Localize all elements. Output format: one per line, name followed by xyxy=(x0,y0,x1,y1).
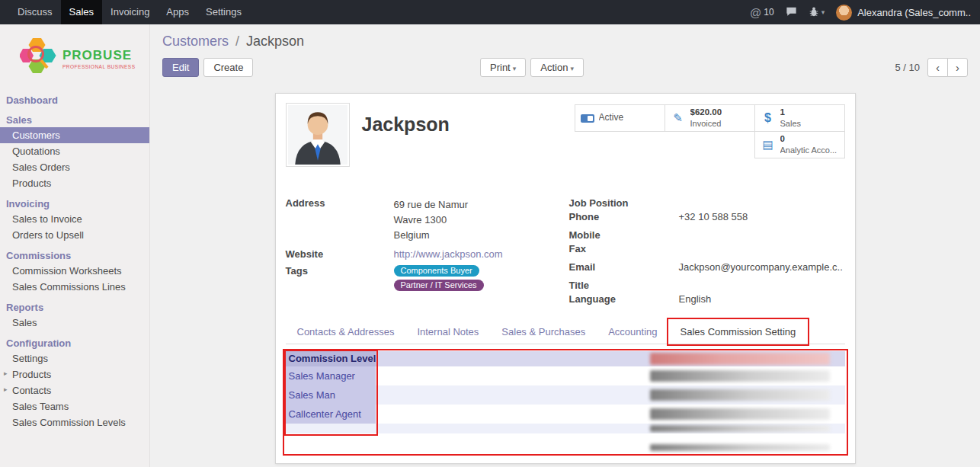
app-menu-apps[interactable]: Apps xyxy=(158,0,197,24)
sidebar-item-sales-commission-levels[interactable]: Sales Commission Levels xyxy=(0,414,149,430)
sidebar-item-label: Commission Worksheets xyxy=(12,265,122,277)
table-row[interactable]: Sales Man xyxy=(286,385,845,405)
sidebar-item-label: Products xyxy=(12,178,51,189)
user-menu[interactable]: Alexandra (Sales_comm.. xyxy=(836,5,971,21)
sidebar-item-products[interactable]: ▸Products xyxy=(0,366,149,382)
sidebar-heading-sales[interactable]: Sales xyxy=(0,113,149,127)
commission-level-column-header[interactable]: Commission Level xyxy=(286,351,376,366)
table-body: Sales ManagerSales ManCallcenter Agent xyxy=(286,366,845,424)
stat-button-analytic-acco[interactable]: ▤0Analytic Acco... xyxy=(754,131,845,158)
fields-area: Address 69 rue de NamurWavre 1300Belgium… xyxy=(286,197,845,307)
sidebar-item-sales-orders[interactable]: Sales Orders xyxy=(0,159,149,175)
stat-button-sales[interactable]: $1Sales xyxy=(754,104,845,132)
table-row[interactable]: Sales Manager xyxy=(286,366,845,385)
empty-table-row xyxy=(286,433,845,443)
messages-menu[interactable] xyxy=(786,6,797,19)
sidebar-item-label: Sales Commission Levels xyxy=(12,417,126,428)
stat-label: Analytic Acco... xyxy=(780,145,837,155)
company-logo[interactable]: PROBUSE PROFESSIONAL BUSINESS xyxy=(0,24,149,91)
commission-level-cell[interactable]: Callcenter Agent xyxy=(286,405,376,424)
sidebar-heading-reports[interactable]: Reports xyxy=(0,300,149,315)
breadcrumb: Customers / Jackpson xyxy=(162,34,968,50)
tag-components-buyer[interactable]: Components Buyer xyxy=(394,265,479,277)
stat-button-active[interactable]: Active xyxy=(575,104,665,132)
print-dropdown[interactable]: Print▾ xyxy=(480,58,526,77)
main-content: Customers / Jackpson Edit Create Print▾ … xyxy=(150,24,980,467)
sidebar-item-sales[interactable]: Sales xyxy=(0,315,149,331)
field-row-tags: Tags Components BuyerPartner / IT Servic… xyxy=(286,265,569,291)
debug-menu[interactable]: ▾ xyxy=(809,6,825,19)
sidebar-heading-commissions[interactable]: Commissions xyxy=(0,248,149,263)
sidebar-item-label: Customers xyxy=(12,130,60,141)
tab-contacts-addresses[interactable]: Contacts & Addresses xyxy=(286,320,406,344)
commission-level-cell[interactable]: Sales Manager xyxy=(286,366,376,385)
sidebar-item-label: Sales Commissions Lines xyxy=(12,281,126,293)
stat-button-invoiced[interactable]: ✎$620.00Invoiced xyxy=(665,104,755,132)
control-panel: Customers / Jackpson Edit Create Print▾ … xyxy=(150,24,980,81)
tags-label: Tags xyxy=(286,265,394,291)
customer-photo[interactable] xyxy=(286,103,350,167)
tab-sales-commission-setting[interactable]: Sales Commission Setting xyxy=(669,320,808,344)
app-menu-settings[interactable]: Settings xyxy=(197,0,250,24)
sidebar-item-settings[interactable]: Settings xyxy=(0,350,149,366)
sidebar-item-label: Products xyxy=(12,369,51,380)
stat-label: Invoiced xyxy=(690,118,722,129)
edit-button[interactable]: Edit xyxy=(162,58,199,77)
logo-text: PROBUSE PROFESSIONAL BUSINESS xyxy=(62,48,136,69)
pager-next-button[interactable]: › xyxy=(947,58,968,77)
sidebar-item-sales-teams[interactable]: Sales Teams xyxy=(0,398,149,414)
top-navbar: DiscussSalesInvoicingAppsSettings @ 10 ▾… xyxy=(0,0,980,24)
tag-partner-it-services[interactable]: Partner / IT Services xyxy=(394,280,484,291)
app-menu-discuss[interactable]: Discuss xyxy=(9,0,61,24)
sidebar-item-customers[interactable]: Customers xyxy=(0,127,149,143)
redacted-footer-content xyxy=(650,444,830,451)
commission-level-cell[interactable]: Sales Man xyxy=(286,385,376,405)
action-dropdown[interactable]: Action▾ xyxy=(530,58,584,77)
commission-table: Commission Level Sales ManagerSales ManC… xyxy=(286,351,845,453)
tab-internal-notes[interactable]: Internal Notes xyxy=(405,320,490,344)
stat-button-text: $620.00Invoiced xyxy=(690,107,722,129)
sidebar-item-label: Sales Teams xyxy=(12,401,69,412)
breadcrumb-customers-link[interactable]: Customers xyxy=(162,34,229,49)
sidebar-item-orders-to-upsell[interactable]: Orders to Upsell xyxy=(0,227,149,243)
app-menu-sales[interactable]: Sales xyxy=(61,0,103,24)
table-row[interactable]: Callcenter Agent xyxy=(286,405,845,424)
address-label: Address xyxy=(286,197,394,243)
book-icon: ▤ xyxy=(761,138,776,152)
stat-button-text: Active xyxy=(599,112,624,124)
sidebar-heading-dashboard[interactable]: Dashboard xyxy=(0,93,149,107)
field-label-title: Title xyxy=(569,280,679,292)
field-value-phone: +32 10 588 558 xyxy=(679,211,748,223)
sidebar-item-label: Settings xyxy=(12,353,48,364)
redacted-cell-content xyxy=(650,389,830,401)
pencil-icon: ✎ xyxy=(671,111,686,125)
sidebar-item-products[interactable]: Products xyxy=(0,175,149,191)
caret-right-icon: ▸ xyxy=(4,369,8,377)
sidebar-heading-configuration[interactable]: Configuration xyxy=(0,336,149,350)
field-value-email[interactable]: Jackpson@yourcompany.example.c.. xyxy=(679,261,843,273)
sidebar-item-label: Orders to Upsell xyxy=(12,229,84,241)
sidebar-item-label: Sales to Invoice xyxy=(12,213,82,225)
probuse-logo-icon xyxy=(20,35,59,82)
sidebar-heading-invoicing[interactable]: Invoicing xyxy=(0,197,149,211)
sidebar-item-contacts[interactable]: ▸Contacts xyxy=(0,382,149,398)
mentions-counter[interactable]: @ 10 xyxy=(750,6,774,19)
field-label-fax: Fax xyxy=(569,243,679,255)
tab-accounting[interactable]: Accounting xyxy=(597,320,668,344)
sidebar-item-sales-to-invoice[interactable]: Sales to Invoice xyxy=(0,211,149,227)
sheet-header: Jackpson Active✎$620.00Invoiced$1Sales▤0… xyxy=(286,103,845,179)
pager-previous-button[interactable]: ‹ xyxy=(927,58,948,77)
fields-right-column: Job PositionPhone+32 10 588 558MobileFax… xyxy=(569,197,845,307)
sidebar-item-commission-worksheets[interactable]: Commission Worksheets xyxy=(0,263,149,279)
field-label-language: Language xyxy=(569,293,679,305)
website-link[interactable]: http://www.jackpson.com xyxy=(394,248,503,260)
address-line: Wavre 1300 xyxy=(394,213,469,228)
sidebar-item-sales-commissions-lines[interactable]: Sales Commissions Lines xyxy=(0,279,149,295)
buttons-row: Edit Create Print▾ Action▾ 5 / 10 ‹ › xyxy=(162,58,968,81)
field-row-address: Address 69 rue de NamurWavre 1300Belgium xyxy=(286,197,569,243)
sidebar-item-quotations[interactable]: Quotations xyxy=(0,143,149,159)
tab-sales-purchases[interactable]: Sales & Purchases xyxy=(490,320,597,344)
create-button[interactable]: Create xyxy=(203,58,253,77)
app-menu-invoicing[interactable]: Invoicing xyxy=(102,0,158,24)
mention-count: 10 xyxy=(764,7,773,18)
